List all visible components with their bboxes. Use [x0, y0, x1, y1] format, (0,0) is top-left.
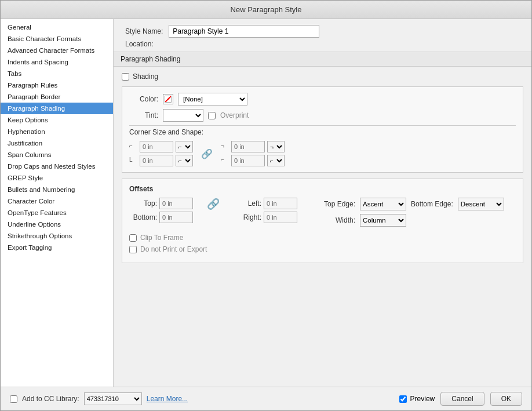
corner-grid: ⌐ ⌐ L ⌐ 🔗	[129, 141, 516, 166]
sidebar-item-bullets-and-numbering[interactable]: Bullets and Numbering	[1, 184, 113, 195]
bottom-row: Bottom:	[129, 212, 193, 223]
bottom-edge-label: Bottom Edge:	[411, 200, 453, 208]
shading-checkbox[interactable]	[122, 73, 129, 81]
color-row: Color: [None]	[129, 93, 516, 106]
sidebar-item-paragraph-shading[interactable]: Paragraph Shading	[1, 103, 113, 114]
top-input[interactable]	[159, 198, 193, 209]
sidebar-item-strikethrough-options[interactable]: Strikethrough Options	[1, 230, 113, 242]
corner-tl-input[interactable]	[140, 141, 173, 152]
corner-right-group: ¬ ¬ ⌐ ⌐	[221, 141, 285, 166]
sidebar-item-hyphenation[interactable]: Hyphenation	[1, 126, 113, 137]
preview-label: Preview	[410, 395, 435, 403]
corner-tr-shape[interactable]: ¬	[267, 141, 285, 152]
corner-left-group: ⌐ ⌐ L ⌐	[129, 141, 193, 166]
corner-link-icon[interactable]: 🔗	[199, 148, 215, 159]
overprint-checkbox[interactable]	[208, 112, 216, 119]
footer: Add to CC Library: 473317310 Learn More.…	[1, 387, 531, 410]
location-row: Location:	[114, 40, 531, 52]
corner-bl-input[interactable]	[140, 155, 173, 166]
corner-title: Corner Size and Shape:	[129, 128, 516, 136]
sidebar-item-opentype-features[interactable]: OpenType Features	[1, 207, 113, 219]
corner-br-input[interactable]	[231, 155, 265, 166]
sidebar-item-general[interactable]: General	[1, 21, 113, 33]
sidebar-item-indents-and-spacing[interactable]: Indents and Spacing	[1, 56, 113, 68]
content-panel: Shading Color: [None]	[114, 67, 531, 387]
cc-select[interactable]: 473317310	[84, 392, 142, 405]
sidebar-item-export-tagging[interactable]: Export Tagging	[1, 242, 113, 253]
width-label: Width:	[320, 216, 355, 224]
section-title: Paragraph Shading	[114, 52, 531, 67]
checkboxes-area: Clip To Frame Do not Print or Export	[129, 234, 516, 253]
shading-label: Shading	[133, 72, 158, 81]
color-label: Color:	[129, 95, 158, 103]
header-row: Style Name:	[114, 19, 531, 40]
offsets-link-icon[interactable]: 🔗	[205, 198, 222, 210]
left-label: Left:	[234, 199, 261, 208]
clip-to-frame-checkbox[interactable]	[129, 234, 137, 242]
right-input[interactable]	[264, 212, 297, 223]
corner-br-icon: ⌐	[221, 157, 229, 165]
preview-checkbox[interactable]	[399, 395, 407, 403]
add-cc-label: Add to CC Library:	[22, 395, 79, 403]
width-row: Width: Column Text Page	[320, 214, 504, 227]
bottom-input[interactable]	[159, 212, 193, 223]
corner-tl-icon: ⌐	[129, 143, 137, 151]
sidebar-item-drop-caps-and-nested-styles[interactable]: Drop Caps and Nested Styles	[1, 161, 113, 172]
width-select[interactable]: Column Text Page	[360, 214, 406, 227]
bottom-edge-select[interactable]: Descent Ascent	[458, 198, 504, 210]
corner-tr-icon: ¬	[221, 143, 229, 151]
sidebar-item-grep-style[interactable]: GREP Style	[1, 172, 113, 184]
corner-tr-input[interactable]	[231, 141, 265, 152]
location-label: Location:	[125, 40, 154, 48]
main-content: Style Name: Location: Paragraph Shading …	[114, 19, 531, 387]
corner-bl-row: L ⌐	[129, 155, 193, 166]
cancel-button[interactable]: Cancel	[440, 392, 484, 406]
sidebar-item-character-color[interactable]: Character Color	[1, 195, 113, 207]
left-input[interactable]	[264, 198, 297, 209]
style-name-input[interactable]	[169, 25, 319, 38]
tint-row: Tint: Overprint	[129, 109, 516, 122]
bottom-label: Bottom:	[129, 213, 157, 221]
sidebar-item-underline-options[interactable]: Underline Options	[1, 219, 113, 230]
tint-select[interactable]	[163, 109, 203, 122]
shading-row: Shading	[122, 72, 523, 81]
do-not-print-row: Do not Print or Export	[129, 245, 516, 253]
sidebar: GeneralBasic Character FormatsAdvanced C…	[1, 19, 114, 387]
sidebar-item-paragraph-rules[interactable]: Paragraph Rules	[1, 79, 113, 91]
sidebar-item-justification[interactable]: Justification	[1, 137, 113, 149]
offsets-left: Top: Bottom:	[129, 198, 193, 223]
divider-1	[129, 125, 516, 126]
do-not-print-label: Do not Print or Export	[140, 245, 207, 253]
top-edge-label: Top Edge:	[320, 200, 355, 208]
right-label: Right:	[234, 213, 261, 221]
sidebar-item-basic-character-formats[interactable]: Basic Character Formats	[1, 33, 113, 45]
overprint-label: Overprint	[220, 111, 249, 119]
corner-br-shape[interactable]: ⌐	[267, 155, 285, 166]
add-cc-checkbox[interactable]	[10, 395, 17, 403]
offsets-right: Top Edge: Ascent Descent Cap Height Bott…	[320, 198, 504, 227]
offsets-title: Offsets	[129, 185, 516, 193]
sidebar-item-advanced-character-formats[interactable]: Advanced Character Formats	[1, 45, 113, 56]
corner-tr-row: ¬ ¬	[221, 141, 285, 152]
corner-bl-shape[interactable]: ⌐	[176, 155, 193, 166]
corner-tl-shape[interactable]: ⌐	[176, 141, 193, 152]
do-not-print-checkbox[interactable]	[129, 246, 137, 253]
main-panel-box: Color: [None] Tint:	[122, 86, 523, 173]
sidebar-item-paragraph-border[interactable]: Paragraph Border	[1, 91, 113, 103]
sidebar-item-span-columns[interactable]: Span Columns	[1, 149, 113, 161]
style-name-label: Style Name:	[125, 27, 163, 35]
color-select[interactable]: [None]	[178, 93, 247, 106]
right-row: Right:	[234, 212, 297, 223]
dialog: New Paragraph Style GeneralBasic Charact…	[0, 0, 532, 411]
footer-left: Add to CC Library: 473317310 Learn More.…	[10, 392, 188, 405]
top-edge-select[interactable]: Ascent Descent Cap Height	[360, 198, 406, 210]
sidebar-item-keep-options[interactable]: Keep Options	[1, 114, 113, 126]
color-preview-red	[165, 96, 172, 103]
learn-more-link[interactable]: Learn More...	[147, 395, 188, 403]
tint-label: Tint:	[129, 111, 158, 119]
offsets-panel: Offsets Top: Bottom:	[122, 179, 523, 263]
top-row: Top:	[129, 198, 193, 209]
sidebar-item-tabs[interactable]: Tabs	[1, 68, 113, 79]
corner-tl-row: ⌐ ⌐	[129, 141, 193, 152]
ok-button[interactable]: OK	[490, 392, 522, 406]
